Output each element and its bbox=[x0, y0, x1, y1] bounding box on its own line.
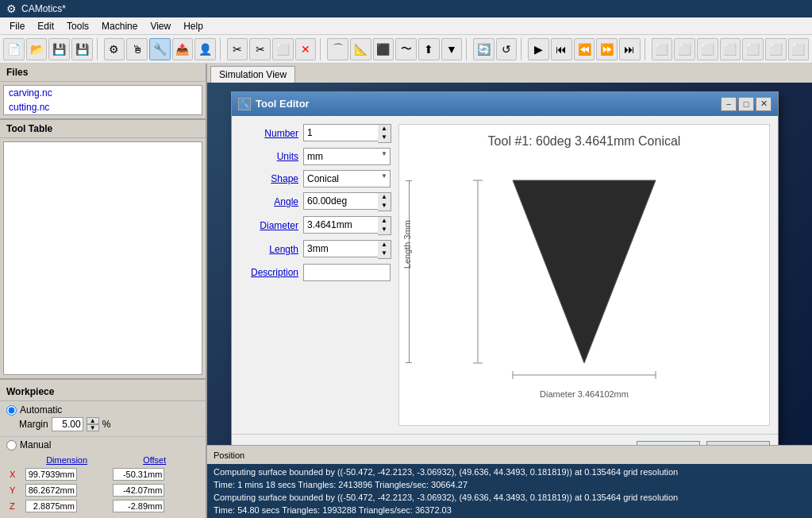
path3-button[interactable]: ⬛ bbox=[373, 38, 394, 60]
reload-button[interactable]: ↺ bbox=[496, 38, 518, 60]
number-label[interactable]: Number bbox=[240, 128, 303, 139]
mouse-button[interactable]: 🖱 bbox=[126, 38, 148, 60]
export-button[interactable]: 📤 bbox=[172, 38, 194, 60]
path6-button[interactable]: ▼ bbox=[441, 38, 463, 60]
margin-up[interactable]: ▲ bbox=[87, 417, 99, 424]
units-select-wrapper: mm inch bbox=[303, 148, 391, 165]
forward-button[interactable]: ⏩ bbox=[596, 38, 618, 60]
rewind2-button[interactable]: ⏪ bbox=[574, 38, 595, 60]
view3-button[interactable]: ⬜ bbox=[697, 38, 718, 60]
length-input[interactable] bbox=[303, 240, 378, 257]
manual-radio[interactable] bbox=[6, 440, 17, 450]
save-button[interactable]: 💾 bbox=[48, 38, 70, 60]
sep4 bbox=[466, 38, 469, 60]
y-dim-input[interactable] bbox=[25, 484, 77, 497]
save-as-button[interactable]: 💾 bbox=[71, 38, 93, 60]
angle-label[interactable]: Angle bbox=[240, 196, 303, 207]
diameter-up[interactable]: ▲ bbox=[378, 217, 391, 226]
dialog-minimize-button[interactable]: − bbox=[721, 97, 737, 111]
path1-button[interactable]: ⌒ bbox=[327, 38, 348, 60]
description-label[interactable]: Description bbox=[240, 267, 303, 278]
menu-tools[interactable]: Tools bbox=[60, 19, 95, 33]
dialog-maximize-button[interactable]: □ bbox=[738, 97, 754, 111]
new-button[interactable]: 📄 bbox=[3, 38, 25, 60]
dialog-controls: − □ ✕ bbox=[721, 97, 772, 111]
units-label[interactable]: Units bbox=[240, 151, 303, 162]
cancel-button[interactable]: Cancel bbox=[706, 441, 770, 446]
simulation-view[interactable]: 🔧 Tool Editor − □ ✕ bbox=[207, 83, 812, 445]
angle-spinner: ▲ ▼ bbox=[378, 192, 391, 211]
diameter-input[interactable] bbox=[303, 216, 378, 234]
path5-button[interactable]: ⬆ bbox=[418, 38, 440, 60]
view6-button[interactable]: ⬜ bbox=[765, 38, 787, 60]
svg-marker-0 bbox=[513, 180, 656, 363]
dialog-footer: Save Cancel bbox=[232, 434, 778, 446]
view4-button[interactable]: ⬜ bbox=[720, 38, 741, 60]
diameter-down[interactable]: ▼ bbox=[378, 226, 391, 234]
menu-bar: File Edit Tools Machine View Help bbox=[0, 17, 812, 35]
forward2-button[interactable]: ⏭ bbox=[619, 38, 641, 60]
sep2 bbox=[220, 38, 223, 60]
length-annotation: Length 3mm bbox=[402, 220, 412, 269]
app-icon: ⚙ bbox=[6, 2, 17, 15]
view7-button[interactable]: ⬜ bbox=[788, 38, 810, 60]
x-dim-input[interactable] bbox=[25, 468, 77, 481]
view2-button[interactable]: ⬜ bbox=[674, 38, 695, 60]
length-label[interactable]: Length bbox=[240, 244, 303, 255]
length-down[interactable]: ▼ bbox=[378, 249, 391, 258]
number-down[interactable]: ▼ bbox=[378, 133, 391, 142]
path4-button[interactable]: 〜 bbox=[395, 38, 417, 60]
cut2-button[interactable]: ✂ bbox=[249, 38, 271, 60]
settings-button[interactable]: ⚙ bbox=[104, 38, 125, 60]
manual-section: Manual Dimension Offset X Y bbox=[0, 436, 206, 518]
y-offset-input[interactable] bbox=[113, 484, 164, 497]
units-select[interactable]: mm inch bbox=[303, 148, 391, 165]
view1-button[interactable]: ⬜ bbox=[652, 38, 673, 60]
length-up[interactable]: ▲ bbox=[378, 241, 391, 249]
path2-button[interactable]: 📐 bbox=[350, 38, 371, 60]
simulation-view-tab[interactable]: Simulation View bbox=[210, 66, 295, 83]
save-button[interactable]: Save bbox=[637, 441, 700, 446]
view5-button[interactable]: ⬜ bbox=[742, 38, 764, 60]
margin-down[interactable]: ▼ bbox=[87, 424, 99, 431]
menu-file[interactable]: File bbox=[3, 19, 31, 33]
offset-col-header[interactable]: Offset bbox=[111, 454, 198, 466]
margin-row: Margin ▲ ▼ % bbox=[19, 417, 199, 431]
automatic-radio[interactable] bbox=[6, 405, 17, 416]
tool-button[interactable]: 🔧 bbox=[149, 38, 171, 60]
angle-down[interactable]: ▼ bbox=[378, 202, 391, 211]
manual-row: Manual bbox=[6, 437, 199, 453]
z-offset-input[interactable] bbox=[113, 500, 164, 512]
diameter-label[interactable]: Diameter bbox=[240, 220, 303, 231]
x-offset-input[interactable] bbox=[113, 468, 164, 481]
angle-up[interactable]: ▲ bbox=[378, 193, 391, 202]
shape-label[interactable]: Shape bbox=[240, 173, 303, 184]
open-button[interactable]: 📂 bbox=[26, 38, 48, 60]
dim-row-z: Z bbox=[8, 499, 198, 513]
menu-edit[interactable]: Edit bbox=[31, 19, 60, 33]
menu-view[interactable]: View bbox=[144, 19, 177, 33]
viewbox-button[interactable]: ⬜ bbox=[272, 38, 294, 60]
menu-help[interactable]: Help bbox=[177, 19, 210, 33]
diameter-annotation: Diameter 3.464102mm bbox=[540, 389, 629, 399]
number-input[interactable] bbox=[303, 124, 378, 141]
rewind-button[interactable]: ⏮ bbox=[551, 38, 572, 60]
number-up[interactable]: ▲ bbox=[378, 125, 391, 133]
description-input[interactable] bbox=[303, 264, 391, 281]
play-button[interactable]: ▶ bbox=[528, 38, 549, 60]
dialog-close-button[interactable]: ✕ bbox=[756, 97, 772, 111]
shape-select[interactable]: Conical Cylindrical Ball Nose V-Bit bbox=[303, 170, 391, 187]
margin-spinner: ▲ ▼ bbox=[87, 417, 99, 431]
refresh-button[interactable]: 🔄 bbox=[473, 38, 495, 60]
tool-editor-dialog: 🔧 Tool Editor − □ ✕ bbox=[231, 91, 779, 446]
z-dim-input[interactable] bbox=[25, 500, 77, 512]
profile-button[interactable]: 👤 bbox=[194, 38, 216, 60]
dimension-col-header[interactable]: Dimension bbox=[24, 454, 110, 466]
file-item-carving[interactable]: carving.nc bbox=[4, 86, 202, 100]
menu-machine[interactable]: Machine bbox=[95, 19, 144, 33]
margin-input[interactable] bbox=[52, 417, 83, 431]
file-item-cutting[interactable]: cutting.nc bbox=[4, 100, 202, 114]
cut1-button[interactable]: ✂ bbox=[227, 38, 248, 60]
angle-input[interactable] bbox=[303, 192, 378, 210]
stop-button[interactable]: ✕ bbox=[295, 38, 317, 60]
